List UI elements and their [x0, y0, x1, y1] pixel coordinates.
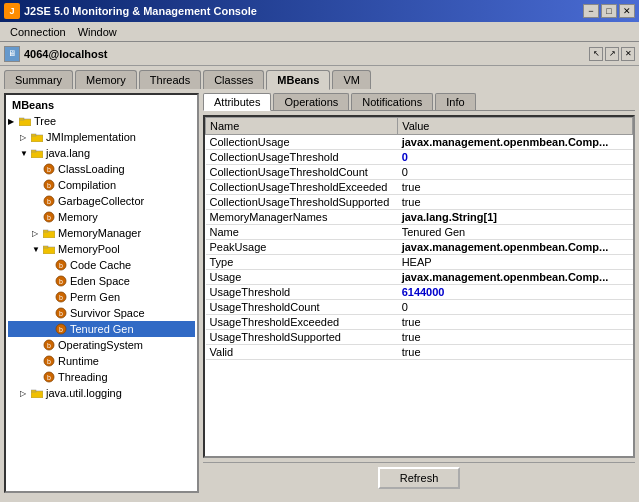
app-title: J2SE 5.0 Monitoring & Management Console	[24, 5, 257, 17]
addr-btn-2[interactable]: ↗	[605, 47, 619, 61]
attr-name-1: CollectionUsageThreshold	[206, 150, 398, 165]
tree-label-survivorspace: Survivor Space	[70, 307, 145, 319]
tab-threads[interactable]: Threads	[139, 70, 201, 89]
tree-label-permgen: Perm Gen	[70, 291, 120, 303]
tree-item-runtime[interactable]: bRuntime	[8, 353, 195, 369]
table-row[interactable]: MemoryManagerNamesjava.lang.String[1]	[206, 210, 633, 225]
menu-window[interactable]: Window	[72, 25, 123, 39]
attr-value-12: true	[398, 315, 633, 330]
attr-name-4: CollectionUsageThresholdSupported	[206, 195, 398, 210]
tree-item-javautillogging[interactable]: ▷java.util.logging	[8, 385, 195, 401]
tree-label-runtime: Runtime	[58, 355, 99, 367]
tree-item-tenuredgen[interactable]: bTenured Gen	[8, 321, 195, 337]
attr-name-7: PeakUsage	[206, 240, 398, 255]
tree-item-memorymanager[interactable]: ▷MemoryManager	[8, 225, 195, 241]
inner-tab-attributes[interactable]: Attributes	[203, 93, 271, 111]
close-button[interactable]: ✕	[619, 4, 635, 18]
table-row[interactable]: NameTenured Gen	[206, 225, 633, 240]
tree-item-tree[interactable]: ▶Tree	[8, 113, 195, 129]
svg-text:b: b	[59, 310, 63, 317]
tree-item-garbagecollector[interactable]: bGarbageCollector	[8, 193, 195, 209]
attr-name-0: CollectionUsage	[206, 135, 398, 150]
tab-classes[interactable]: Classes	[203, 70, 264, 89]
attr-name-2: CollectionUsageThresholdCount	[206, 165, 398, 180]
table-row[interactable]: PeakUsagejavax.management.openmbean.Comp…	[206, 240, 633, 255]
table-row[interactable]: Usagejavax.management.openmbean.Comp...	[206, 270, 633, 285]
attributes-table[interactable]: NameValueCollectionUsagejavax.management…	[203, 115, 635, 458]
attr-name-11: UsageThresholdCount	[206, 300, 398, 315]
table-row[interactable]: UsageThresholdExceededtrue	[206, 315, 633, 330]
attr-value-3: true	[398, 180, 633, 195]
tab-memory[interactable]: Memory	[75, 70, 137, 89]
tree-item-memory[interactable]: bMemory	[8, 209, 195, 225]
tree-item-codecache[interactable]: bCode Cache	[8, 257, 195, 273]
svg-text:b: b	[47, 214, 51, 221]
attr-value-14: true	[398, 345, 633, 360]
attr-name-14: Valid	[206, 345, 398, 360]
inner-tab-notifications[interactable]: Notifications	[351, 93, 433, 110]
table-row[interactable]: CollectionUsageThresholdCount0	[206, 165, 633, 180]
table-row[interactable]: CollectionUsageThresholdExceededtrue	[206, 180, 633, 195]
tree-label-jmimpl: JMImplementation	[46, 131, 136, 143]
tree-label-classloading: ClassLoading	[58, 163, 125, 175]
tree-item-operatingsystem[interactable]: bOperatingSystem	[8, 337, 195, 353]
tree-arrow-javautillogging[interactable]: ▷	[20, 389, 30, 398]
tree-arrow-tree[interactable]: ▶	[8, 117, 18, 126]
tree-icon-runtime: b	[42, 354, 56, 368]
tree-arrow-jmimpl[interactable]: ▷	[20, 133, 30, 142]
table-row[interactable]: CollectionUsageThreshold0	[206, 150, 633, 165]
col-header-name: Name	[206, 118, 398, 135]
address-text: 4064@localhost	[24, 48, 107, 60]
tree-item-javalang[interactable]: ▼java.lang	[8, 145, 195, 161]
tree-arrow-memorymanager[interactable]: ▷	[32, 229, 42, 238]
tree-icon-memorypool	[42, 242, 56, 256]
address-bar: 🖥 4064@localhost ↖ ↗ ✕	[0, 42, 639, 66]
tree-item-edenspace[interactable]: bEden Space	[8, 273, 195, 289]
tree-item-jmimpl[interactable]: ▷JMImplementation	[8, 129, 195, 145]
addr-btn-close[interactable]: ✕	[621, 47, 635, 61]
svg-text:b: b	[47, 182, 51, 189]
tab-summary[interactable]: Summary	[4, 70, 73, 89]
table-row[interactable]: UsageThreshold6144000	[206, 285, 633, 300]
maximize-button[interactable]: □	[601, 4, 617, 18]
tree-arrow-javalang[interactable]: ▼	[20, 149, 30, 158]
tree-icon-jmimpl	[30, 130, 44, 144]
tree-icon-classloading: b	[42, 162, 56, 176]
table-row[interactable]: UsageThresholdSupportedtrue	[206, 330, 633, 345]
tree-item-threading[interactable]: bThreading	[8, 369, 195, 385]
tree-item-classloading[interactable]: bClassLoading	[8, 161, 195, 177]
table-row[interactable]: CollectionUsageThresholdSupportedtrue	[206, 195, 633, 210]
inner-tab-info[interactable]: Info	[435, 93, 475, 110]
tab-vm[interactable]: VM	[332, 70, 371, 89]
main-tab-bar: SummaryMemoryThreadsClassesMBeansVM	[0, 66, 639, 89]
tree-label-tree: Tree	[34, 115, 56, 127]
tab-mbeans[interactable]: MBeans	[266, 70, 330, 90]
svg-rect-35	[31, 390, 36, 392]
table-row[interactable]: UsageThresholdCount0	[206, 300, 633, 315]
tree-label-javautillogging: java.util.logging	[46, 387, 122, 399]
tree-arrow-memorypool[interactable]: ▼	[32, 245, 42, 254]
table-row[interactable]: TypeHEAP	[206, 255, 633, 270]
inner-tab-operations[interactable]: Operations	[273, 93, 349, 110]
connection-icon: 🖥	[4, 46, 20, 62]
tree-label-threading: Threading	[58, 371, 108, 383]
menu-connection[interactable]: Connection	[4, 25, 72, 39]
tree-label-memorypool: MemoryPool	[58, 243, 120, 255]
svg-text:b: b	[47, 374, 51, 381]
attr-value-8: HEAP	[398, 255, 633, 270]
addr-btn-1[interactable]: ↖	[589, 47, 603, 61]
tree-item-compilation[interactable]: bCompilation	[8, 177, 195, 193]
tree-item-permgen[interactable]: bPerm Gen	[8, 289, 195, 305]
attr-value-7: javax.management.openmbean.Comp...	[398, 240, 633, 255]
refresh-button[interactable]: Refresh	[378, 467, 461, 489]
tree-item-survivorspace[interactable]: bSurvivor Space	[8, 305, 195, 321]
minimize-button[interactable]: −	[583, 4, 599, 18]
tree-panel[interactable]: MBeans ▶Tree▷JMImplementation▼java.lang …	[4, 93, 199, 493]
table-row[interactable]: CollectionUsagejavax.management.openmbea…	[206, 135, 633, 150]
table-row[interactable]: Validtrue	[206, 345, 633, 360]
tree-item-memorypool[interactable]: ▼MemoryPool	[8, 241, 195, 257]
tree-icon-tree	[18, 114, 32, 128]
tree-icon-edenspace: b	[54, 274, 68, 288]
tree-label-memory: Memory	[58, 211, 98, 223]
attr-value-1: 0	[398, 150, 633, 165]
